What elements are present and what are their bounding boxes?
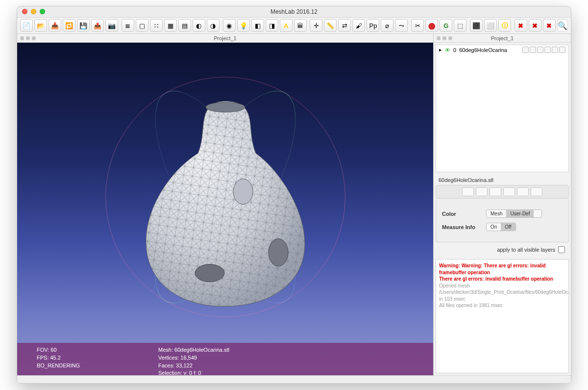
- expand-arrow-icon[interactable]: ▸: [439, 47, 442, 53]
- crop-icon: ✂: [415, 22, 420, 29]
- search-icon: 🔍: [558, 21, 567, 30]
- toolbar-delete-vert-button[interactable]: ✖: [514, 19, 527, 32]
- toolbar-show-wire-button[interactable]: ▤: [178, 19, 191, 32]
- log-line: All files opened in 1981 msec: [439, 302, 565, 309]
- toolbar-info-i-button[interactable]: ⓘ: [498, 19, 511, 32]
- toolbar-ambient-occlusion-a-button[interactable]: A: [280, 19, 293, 32]
- window-minimize-button[interactable]: [31, 9, 36, 14]
- apply-all-checkbox[interactable]: [558, 246, 565, 253]
- toolbar-axis-button[interactable]: ✛: [310, 19, 322, 32]
- toolbar-reload-button[interactable]: 🔁: [63, 19, 75, 32]
- layer-row[interactable]: ▸ 👁 0 60deg6HoleOcarina: [436, 45, 568, 54]
- toolbar-show-points-button[interactable]: ∷: [150, 19, 163, 32]
- side-pane-title: Project_1: [434, 34, 571, 43]
- toolbar-search[interactable]: 🔍: [557, 19, 568, 32]
- svg-point-1: [195, 264, 224, 282]
- show-smooth-icon: ◑: [210, 22, 216, 29]
- svg-point-0: [206, 103, 245, 112]
- delete-all-icon: ✖: [546, 22, 552, 29]
- toolbar-show-edges-button[interactable]: ▦: [164, 19, 177, 32]
- svg-point-2: [269, 239, 288, 266]
- show-box-icon: ▢: [139, 22, 145, 29]
- reload-icon: 🔁: [65, 22, 73, 29]
- toolbar-radius-button[interactable]: ⌀: [381, 19, 393, 32]
- toolbar-snapshot-button[interactable]: 📷: [105, 19, 118, 32]
- measure-label: Measure Info: [442, 224, 486, 230]
- titlebar[interactable]: MeshLab 2016.12: [17, 6, 571, 17]
- show-points-icon: ∷: [154, 22, 158, 29]
- toolbar-align-button[interactable]: ⇄: [338, 19, 351, 32]
- toolbar-double-side-button[interactable]: ◨: [266, 19, 278, 32]
- toolbar-select-conn-button[interactable]: ⬜: [484, 19, 497, 32]
- color-label: Color: [442, 211, 486, 217]
- toolbar-ruler-button[interactable]: 📏: [324, 19, 337, 32]
- layer-list[interactable]: ▸ 👁 0 60deg6HoleOcarina: [436, 45, 569, 172]
- delete-vert-icon: ✖: [518, 22, 523, 29]
- toolbar-delete-face-button[interactable]: ✖: [529, 19, 541, 32]
- status-fps: FPS: 45.2: [37, 355, 80, 362]
- poisson-pp-icon: Pp: [369, 22, 377, 29]
- status-selection: Selection: v: 0 f: 0: [158, 370, 229, 375]
- measure-segmented[interactable]: On Off: [486, 223, 516, 231]
- toolbar-show-box-button[interactable]: ▢: [136, 19, 148, 32]
- toolbar-paint-button[interactable]: 🖌: [352, 19, 365, 32]
- visibility-eye-icon[interactable]: 👁: [445, 47, 450, 53]
- log-warning: There are gl errors: invalid framebuffer…: [439, 276, 565, 283]
- window-title: MeshLab 2016.12: [270, 8, 318, 15]
- toolbar-import-mesh-button[interactable]: 📥: [49, 19, 61, 32]
- apply-all-label: apply to all visible layers: [497, 247, 555, 253]
- window-zoom-button[interactable]: [40, 9, 45, 14]
- log-panel[interactable]: Warning: Warning: There are gl errors: i…: [436, 259, 569, 373]
- toolbar-light-button[interactable]: 💡: [237, 19, 250, 32]
- export-project-icon: 📤: [94, 22, 101, 29]
- select-conn-icon: ⬜: [487, 22, 494, 29]
- toolbar-new-project-button[interactable]: 📄: [20, 19, 33, 32]
- layer-name: 60deg6HoleOcarina: [459, 47, 507, 53]
- status-fov: FOV: 60: [37, 347, 80, 354]
- toolbar-export-button[interactable]: 💾: [77, 19, 90, 32]
- double-side-icon: ◨: [269, 22, 275, 29]
- export-icon: 💾: [79, 22, 87, 29]
- log-warning: Warning: Warning: There are gl errors: i…: [439, 262, 565, 276]
- app-window: MeshLab 2016.12 📄📂📥🔁💾📤📷≣▢∷▦▤◐◑◉💡◧◨A🏛✛📏⇄🖌…: [17, 6, 571, 384]
- toolbar-layers-button[interactable]: ≣: [122, 19, 134, 32]
- georef-icon: G: [443, 22, 448, 29]
- delete-face-icon: ✖: [532, 22, 538, 29]
- toolbar-export-project-button[interactable]: 📤: [91, 19, 104, 32]
- toolbar-museum-button[interactable]: 🏛: [294, 19, 307, 32]
- ambient-occlusion-a-icon: A: [284, 22, 288, 29]
- 3d-viewport[interactable]: FOV: 60 FPS: 45.2 BO_RENDERING Mesh: 60d…: [17, 43, 433, 375]
- viewport-status-strip: FOV: 60 FPS: 45.2 BO_RENDERING Mesh: 60d…: [17, 343, 433, 375]
- viewport-pane-title: Project_1: [17, 34, 433, 43]
- window-close-button[interactable]: [22, 9, 27, 14]
- show-flat-icon: ◐: [196, 22, 201, 29]
- layer-render-icons[interactable]: [522, 47, 565, 53]
- status-mesh-name: Mesh: 60deg6HoleOcarina.stl: [158, 347, 229, 354]
- import-mesh-icon: 📥: [51, 22, 59, 29]
- back-face-icon: ◧: [255, 22, 261, 29]
- log-line: Opened mesh /Users/decker/3d/Single_Prin…: [439, 283, 565, 303]
- toolbar-delete-all-button[interactable]: ✖: [543, 19, 556, 32]
- align-icon: ⇄: [342, 22, 347, 29]
- props-filename: 60deg6HoleOcarina.stl: [436, 175, 569, 185]
- layer-index: 0: [453, 47, 456, 53]
- toolbar-crop-button[interactable]: ✂: [411, 19, 424, 32]
- status-vertices: Vertices: 16,549: [158, 355, 229, 362]
- toolbar-poisson-pp-button[interactable]: Pp: [367, 19, 379, 32]
- snapshot-icon: 📷: [108, 22, 116, 29]
- toolbar-georef-button[interactable]: G: [440, 19, 452, 32]
- props-tabs[interactable]: [436, 185, 569, 199]
- toolbar-select-vert-button[interactable]: ⬚: [454, 19, 466, 32]
- toolbar-show-flat-button[interactable]: ◐: [193, 19, 205, 32]
- color-segmented[interactable]: Mesh User-Def: [486, 209, 542, 218]
- toolbar-fill-toggle-button[interactable]: ◉: [223, 19, 236, 32]
- open-project-icon: 📂: [37, 22, 45, 29]
- toolbar-show-smooth-button[interactable]: ◑: [207, 19, 220, 32]
- mesh-object[interactable]: [132, 97, 318, 308]
- toolbar-open-project-button[interactable]: 📂: [34, 19, 47, 32]
- toolbar-select-face-button[interactable]: ⬛: [470, 19, 483, 32]
- museum-icon: 🏛: [297, 22, 303, 29]
- toolbar-back-face-button[interactable]: ◧: [251, 19, 264, 32]
- toolbar-arc-button[interactable]: ⤳: [395, 19, 408, 32]
- toolbar-color-dot-button[interactable]: ⬤: [425, 19, 438, 32]
